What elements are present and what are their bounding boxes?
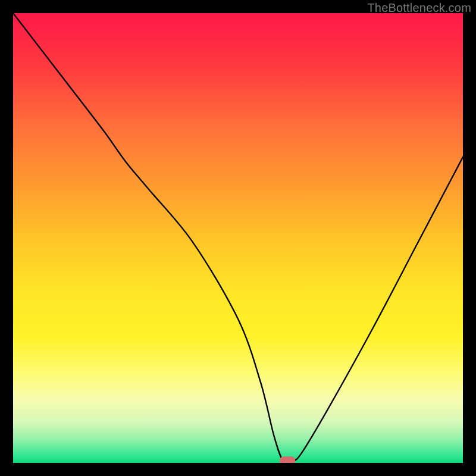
chart-svg — [13, 13, 463, 463]
chart-plot-area — [13, 13, 463, 463]
chart-background-gradient — [13, 13, 463, 463]
watermark-label: TheBottleneck.com — [367, 1, 471, 15]
optimal-marker — [280, 456, 295, 463]
